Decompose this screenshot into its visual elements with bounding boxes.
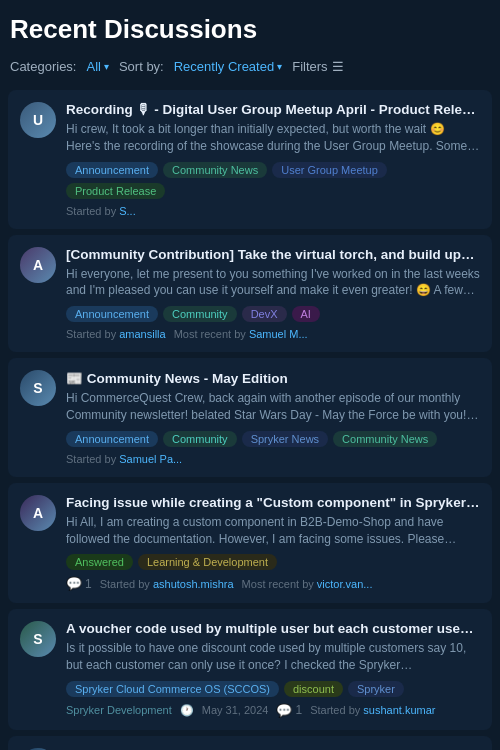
chevron-down-icon-sort: ▾ — [277, 61, 282, 72]
discussion-excerpt: Hi crew, It took a bit longer than initi… — [66, 121, 480, 155]
meta-row: 💬1Started by ashutosh.mishraMost recent … — [66, 576, 480, 591]
started-by-username[interactable]: ashutosh.mishra — [153, 578, 234, 590]
started-by-label: Started by sushant.kumar — [310, 704, 435, 716]
tag[interactable]: DevX — [242, 306, 287, 322]
card-content: 📰 Community News - May EditionHi Commerc… — [66, 370, 480, 465]
most-recent-username[interactable]: Samuel M... — [249, 328, 308, 340]
started-by-username[interactable]: S... — [119, 205, 136, 217]
chevron-down-icon: ▾ — [104, 61, 109, 72]
comment-icon: 💬 — [66, 576, 82, 591]
categories-label: Categories: — [10, 59, 76, 74]
avatar: S — [20, 370, 56, 406]
tag[interactable]: Announcement — [66, 431, 158, 447]
discussion-excerpt: Hi CommerceQuest Crew, back again with a… — [66, 390, 480, 424]
filter-bar: Categories: All ▾ Sort by: Recently Crea… — [0, 53, 500, 84]
discussion-card[interactable]: A[Community Contribution] Take the virtu… — [8, 235, 492, 353]
discussion-title[interactable]: A voucher code used by multiple user but… — [66, 621, 480, 636]
started-by-label: Started by ashutosh.mishra — [100, 578, 234, 590]
discussion-card[interactable]: AFacing issue while creating a "Custom c… — [8, 483, 492, 604]
started-by-label: Started by amansilla — [66, 328, 166, 340]
page-container: Recent Discussions Categories: All ▾ Sor… — [0, 0, 500, 750]
card-content: Recording 🎙 - Digital User Group Meetup … — [66, 102, 480, 217]
tag[interactable]: Announcement — [66, 306, 158, 322]
card-content: A voucher code used by multiple user but… — [66, 621, 480, 718]
started-by-username[interactable]: sushant.kumar — [363, 704, 435, 716]
tag-row: AnnouncementCommunityDevXAI — [66, 306, 480, 322]
tag[interactable]: Answered — [66, 554, 133, 570]
clock-icon: 🕐 — [180, 704, 194, 717]
tag-row: AnnouncementCommunity NewsUser Group Mee… — [66, 162, 480, 199]
sort-value: Recently Created — [174, 59, 274, 74]
comment-number: 1 — [295, 703, 302, 717]
filters-label: Filters — [292, 59, 327, 74]
card-content: [Community Contribution] Take the virtua… — [66, 247, 480, 341]
comment-number: 1 — [85, 577, 92, 591]
most-recent-label: Most recent by Samuel M... — [174, 328, 308, 340]
tag[interactable]: Product Release — [66, 183, 165, 199]
discussion-card[interactable]: SA voucher code used by multiple user bu… — [8, 609, 492, 730]
avatar: A — [20, 495, 56, 531]
filter-icon: ☰ — [332, 59, 344, 74]
most-recent-label: Most recent by victor.van... — [242, 578, 373, 590]
tag[interactable]: AI — [292, 306, 320, 322]
tag[interactable]: Spryker — [348, 681, 404, 697]
filters-button[interactable]: Filters ☰ — [292, 59, 343, 74]
discussion-excerpt: Is it possible to have one discount code… — [66, 640, 480, 674]
tag[interactable]: Community News — [333, 431, 437, 447]
tag[interactable]: discount — [284, 681, 343, 697]
categories-value: All — [86, 59, 100, 74]
discussion-title[interactable]: Facing issue while creating a "Custom co… — [66, 495, 480, 510]
comment-count: 💬1 — [276, 703, 302, 718]
started-by-label: Started by S... — [66, 205, 136, 217]
tag-row: AnnouncementCommunitySpryker NewsCommuni… — [66, 431, 480, 447]
discussion-excerpt: Hi All, I am creating a custom component… — [66, 514, 480, 548]
tag-row: Spryker Cloud Commerce OS (SCCOS)discoun… — [66, 681, 480, 697]
tag[interactable]: Announcement — [66, 162, 158, 178]
avatar: A — [20, 247, 56, 283]
tag[interactable]: Spryker Cloud Commerce OS (SCCOS) — [66, 681, 279, 697]
tag[interactable]: Community News — [163, 162, 267, 178]
discussion-card[interactable]: URecording 🎙 - Digital User Group Meetup… — [8, 90, 492, 229]
started-by-username[interactable]: Samuel Pa... — [119, 453, 182, 465]
sort-filter[interactable]: Recently Created ▾ — [174, 59, 282, 74]
started-by-username[interactable]: amansilla — [119, 328, 165, 340]
discussion-card[interactable]: S📰 Community News - May EditionHi Commer… — [8, 358, 492, 477]
card-content: Facing issue while creating a "Custom co… — [66, 495, 480, 592]
discussion-card[interactable]: ABackend Gateway not working on Local En… — [8, 736, 492, 750]
meta-row: Started by amansillaMost recent by Samue… — [66, 328, 480, 340]
tag[interactable]: Community — [163, 306, 237, 322]
meta-row: Started by S... — [66, 205, 480, 217]
sort-label: Sort by: — [119, 59, 164, 74]
tag-row: AnsweredLearning & Development — [66, 554, 480, 570]
tag[interactable]: Community — [163, 431, 237, 447]
discussion-title[interactable]: Recording 🎙 - Digital User Group Meetup … — [66, 102, 480, 117]
discussions-list: URecording 🎙 - Digital User Group Meetup… — [0, 90, 500, 750]
discussion-excerpt: Hi everyone, let me present to you somet… — [66, 266, 480, 300]
avatar: S — [20, 621, 56, 657]
discussion-title[interactable]: [Community Contribution] Take the virtua… — [66, 247, 480, 262]
date-label: May 31, 2024 — [202, 704, 269, 716]
discussion-title[interactable]: 📰 Community News - May Edition — [66, 370, 480, 386]
categories-filter[interactable]: All ▾ — [86, 59, 108, 74]
page-title: Recent Discussions — [10, 14, 490, 45]
comment-icon: 💬 — [276, 703, 292, 718]
meta-row: Started by Samuel Pa... — [66, 453, 480, 465]
started-by-label: Started by Samuel Pa... — [66, 453, 182, 465]
category-label: Spryker Development — [66, 704, 172, 716]
avatar: U — [20, 102, 56, 138]
page-header: Recent Discussions — [0, 0, 500, 53]
tag[interactable]: Learning & Development — [138, 554, 277, 570]
tag[interactable]: Spryker News — [242, 431, 328, 447]
comment-count: 💬1 — [66, 576, 92, 591]
most-recent-username[interactable]: victor.van... — [317, 578, 373, 590]
meta-row: Spryker Development🕐May 31, 2024💬1Starte… — [66, 703, 480, 718]
tag[interactable]: User Group Meetup — [272, 162, 387, 178]
